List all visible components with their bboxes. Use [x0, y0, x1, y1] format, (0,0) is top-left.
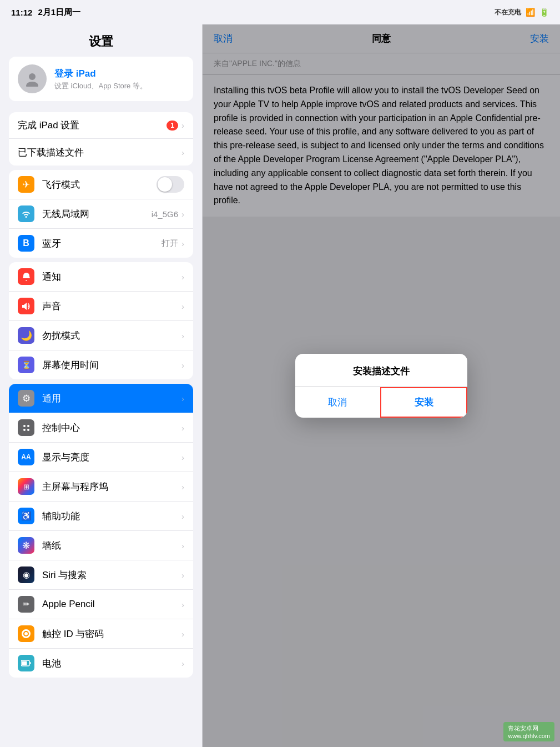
svg-point-5: [27, 429, 29, 431]
touchid-icon: [18, 625, 34, 642]
sidebar-item-dnd[interactable]: 🌙 勿扰模式 ›: [9, 321, 193, 350]
avatar: [18, 64, 47, 93]
status-date: 2月1日周一: [38, 7, 80, 18]
chevron-applepencil: ›: [181, 600, 184, 609]
dialog-overlay: 安装描述文件 取消 安装: [203, 24, 560, 747]
chevron-accessibility: ›: [181, 512, 184, 521]
chevron-dnd: ›: [181, 331, 184, 340]
row-label-homescreen: 主屏幕与程序坞: [42, 480, 181, 493]
alert-dialog: 安装描述文件 取消 安装: [295, 354, 467, 418]
settings-group-1: 完成 iPad 设置 1 › 已下载描述文件 ›: [9, 112, 193, 166]
applepencil-icon: ✏: [18, 596, 34, 613]
row-label-dnd: 勿扰模式: [42, 329, 181, 342]
watermark-line1: 青花安卓网: [508, 724, 550, 733]
sidebar-item-display[interactable]: AA 显示与亮度 ›: [9, 443, 193, 472]
sidebar-item-applepencil[interactable]: ✏ Apple Pencil ›: [9, 590, 193, 619]
settings-group-3: 通知 › 声音 › 🌙 勿扰模式 › ⏳ 屏幕使用时间 ›: [9, 262, 193, 379]
sidebar-item-siri[interactable]: ◉ Siri 与搜索 ›: [9, 560, 193, 590]
profile-text: 登录 iPad 设置 iCloud、App Store 等。: [54, 67, 147, 91]
bluetooth-value: 打开: [162, 238, 178, 249]
row-label-general: 通用: [42, 392, 181, 405]
row-label-screentime: 屏幕使用时间: [42, 359, 181, 372]
sidebar-title: 设置: [0, 24, 202, 57]
wallpaper-icon: ❋: [18, 537, 34, 554]
row-label-notifications: 通知: [42, 270, 181, 283]
settings-group-2: ✈ 飞行模式 无线局域网 i4_5G6 › B 蓝牙 打开: [9, 170, 193, 258]
sidebar-item-notifications[interactable]: 通知 ›: [9, 262, 193, 292]
battery-icon: [18, 655, 34, 671]
dnd-icon: 🌙: [18, 327, 34, 344]
chevron-wifi: ›: [181, 209, 184, 219]
chevron-screentime: ›: [181, 360, 184, 370]
chevron-bluetooth: ›: [181, 239, 184, 248]
settings-group-4: ⚙ 通用 › 控制中心 › AA 显示与亮度 ›: [9, 384, 193, 678]
badge-complete-setup: 1: [167, 121, 178, 131]
profile-sub: 设置 iCloud、App Store 等。: [54, 81, 147, 91]
row-label-siri: Siri 与搜索: [42, 569, 181, 581]
svg-point-0: [29, 73, 36, 80]
chevron-wallpaper: ›: [181, 541, 184, 550]
sidebar-item-screentime[interactable]: ⏳ 屏幕使用时间 ›: [9, 350, 193, 379]
row-label-profiles: 已下载描述文件: [18, 146, 181, 159]
row-label-display: 显示与亮度: [42, 451, 181, 464]
sidebar-item-accessibility[interactable]: ♿ 辅助功能 ›: [9, 502, 193, 531]
sidebar: 设置 登录 iPad 设置 iCloud、App Store 等。 完成 iPa…: [0, 24, 203, 747]
status-time: 11:12: [11, 8, 32, 17]
wifi-status-icon: 📶: [526, 8, 535, 17]
wifi-value: i4_5G6: [152, 209, 178, 219]
row-label-controlcenter: 控制中心: [42, 422, 181, 434]
chevron-complete-setup: ›: [181, 121, 184, 130]
svg-point-2: [23, 425, 26, 427]
chevron-homescreen: ›: [181, 482, 184, 492]
row-label-sounds: 声音: [42, 300, 181, 313]
status-right: 不在充电 📶 🔋: [495, 8, 549, 17]
sidebar-item-profiles[interactable]: 已下载描述文件 ›: [9, 139, 193, 166]
homescreen-icon: ⊞: [18, 478, 34, 495]
svg-point-4: [23, 429, 26, 431]
svg-point-1: [26, 82, 38, 87]
profile-row[interactable]: 登录 iPad 设置 iCloud、App Store 等。: [9, 57, 193, 101]
chevron-touchid: ›: [181, 629, 184, 639]
dialog-install-button[interactable]: 安装: [380, 387, 467, 418]
sidebar-item-bluetooth[interactable]: B 蓝牙 打开 ›: [9, 229, 193, 258]
chevron-profiles: ›: [181, 148, 184, 157]
sidebar-item-homescreen[interactable]: ⊞ 主屏幕与程序坞 ›: [9, 472, 193, 502]
row-label-applepencil: Apple Pencil: [42, 599, 181, 610]
row-label-airplane: 飞行模式: [42, 178, 157, 191]
display-icon: AA: [18, 449, 34, 465]
toggle-knob-airplane: [158, 177, 172, 192]
sidebar-item-general[interactable]: ⚙ 通用 ›: [9, 384, 193, 413]
app-layout: 设置 登录 iPad 设置 iCloud、App Store 等。 完成 iPa…: [0, 24, 560, 747]
siri-icon: ◉: [18, 566, 34, 583]
row-label-complete-setup: 完成 iPad 设置: [18, 119, 167, 132]
sidebar-item-sounds[interactable]: 声音 ›: [9, 292, 193, 321]
accessibility-icon: ♿: [18, 508, 34, 524]
svg-rect-8: [22, 661, 27, 665]
airplane-icon: ✈: [18, 176, 34, 193]
chevron-siri: ›: [181, 570, 184, 580]
chevron-display: ›: [181, 453, 184, 462]
screentime-icon: ⏳: [18, 357, 34, 373]
svg-point-3: [27, 425, 29, 427]
chevron-sounds: ›: [181, 302, 184, 311]
row-label-accessibility: 辅助功能: [42, 510, 181, 523]
sidebar-item-wallpaper[interactable]: ❋ 墙纸 ›: [9, 531, 193, 560]
airplane-toggle[interactable]: [157, 176, 184, 193]
general-icon: ⚙: [18, 390, 34, 407]
sidebar-item-touchid[interactable]: 触控 ID 与密码 ›: [9, 619, 193, 649]
battery-status-icon: 🔋: [539, 8, 549, 17]
right-panel: 取消 同意 安装 来自"APPLE INC."的信息 Installing th…: [203, 24, 560, 747]
row-label-battery: 电池: [42, 657, 181, 670]
sidebar-item-controlcenter[interactable]: 控制中心 ›: [9, 413, 193, 443]
watermark-line2: www.qhhlv.com: [508, 733, 550, 739]
dialog-title: 安装描述文件: [295, 354, 467, 387]
sidebar-item-complete-setup[interactable]: 完成 iPad 设置 1 ›: [9, 112, 193, 139]
profile-name: 登录 iPad: [54, 67, 147, 80]
sidebar-item-battery[interactable]: 电池 ›: [9, 649, 193, 678]
chevron-general: ›: [181, 394, 184, 403]
row-label-wifi: 无线局域网: [42, 208, 152, 220]
row-label-bluetooth: 蓝牙: [42, 237, 162, 250]
sidebar-item-wifi[interactable]: 无线局域网 i4_5G6 ›: [9, 199, 193, 229]
sidebar-item-airplane[interactable]: ✈ 飞行模式: [9, 170, 193, 199]
dialog-cancel-button[interactable]: 取消: [295, 387, 380, 418]
